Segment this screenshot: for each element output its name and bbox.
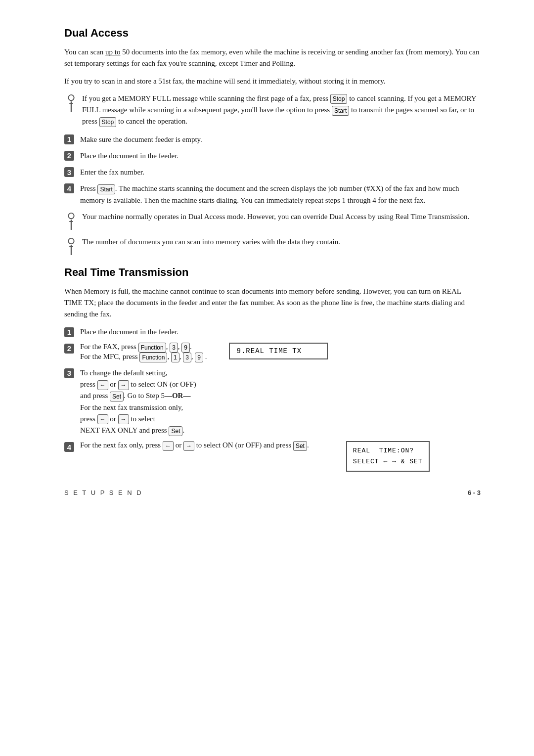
section-title-dual-access: Dual Access <box>64 27 481 40</box>
footer-page-number: 6 - 3 <box>468 489 481 496</box>
kbd-set-3: Set <box>293 441 307 451</box>
step-rt-2-lcd: 9.REAL TIME TX <box>219 343 328 359</box>
kbd-9-2: 9 <box>195 353 203 362</box>
step-num-1: 1 <box>64 134 74 144</box>
step-num-2: 2 <box>64 151 74 161</box>
step-da-4: 4 Press Start. The machine starts scanni… <box>64 183 481 206</box>
page: Dual Access You can scan up to 50 docume… <box>0 0 534 516</box>
lcd-real-time-on: REAL TIME:ON? SELECT ← → & SET <box>346 441 430 472</box>
step-da-2: 2 Place the document in the feeder. <box>64 150 481 162</box>
step-rt-1: 1 Place the document in the feeder. <box>64 326 481 338</box>
kbd-start-2: Start <box>97 184 115 194</box>
step-rt-4-text: For the next fax only, press ← or → to s… <box>80 441 309 451</box>
step-da-3-text: Enter the fax number. <box>80 167 481 178</box>
real-time-para1: When Memory is full, the machine cannot … <box>64 286 481 320</box>
kbd-arrow-right-1: → <box>118 380 129 390</box>
step-da-3: 3 Enter the fax number. <box>64 167 481 178</box>
kbd-start: Start <box>332 106 349 116</box>
kbd-9-1: 9 <box>181 343 190 353</box>
step-rt-2: 2 For the FAX, press Function, 3, 9. For… <box>64 343 481 362</box>
svg-point-0 <box>68 95 74 100</box>
step-da-4-text: Press Start. The machine starts scanning… <box>80 183 481 206</box>
kbd-arrow-left-1: ← <box>97 380 108 390</box>
step-rt-3-text: To change the default setting, press ← o… <box>80 367 481 437</box>
step-rt-1-text: Place the document in the feeder. <box>80 326 481 338</box>
kbd-set-1: Set <box>110 392 124 401</box>
note-dual-access-mode: Your machine normally operates in Dual A… <box>64 211 481 230</box>
note-memory-full-text: If you get a MEMORY FULL message while s… <box>82 93 481 128</box>
step-da-1: 1 Make sure the document feeder is empty… <box>64 134 481 145</box>
dual-access-para1: You can scan up to 50 documents into the… <box>64 46 481 70</box>
step-rt-4-lcd: REAL TIME:ON? SELECT ← → & SET <box>321 441 430 472</box>
kbd-stop-2: Stop <box>99 117 117 127</box>
svg-point-3 <box>68 213 74 219</box>
kbd-function-2: Function <box>139 353 167 362</box>
note-icon-2 <box>64 212 78 230</box>
note-doc-count-text: The number of documents you can scan int… <box>82 236 481 248</box>
kbd-arrow-left-2: ← <box>97 414 108 424</box>
step-rt-3: 3 To change the default setting, press ←… <box>64 367 481 437</box>
kbd-function-1: Function <box>138 343 166 353</box>
step-da-1-text: Make sure the document feeder is empty. <box>80 134 481 145</box>
kbd-arrow-right-3: → <box>183 441 194 451</box>
kbd-stop-1: Stop <box>330 94 348 104</box>
kbd-arrow-left-3: ← <box>163 441 174 451</box>
step-da-2-text: Place the document in the feeder. <box>80 150 481 162</box>
kbd-set-2: Set <box>169 426 182 436</box>
note-icon-1 <box>64 94 78 112</box>
section-title-real-time: Real Time Transmission <box>64 266 481 279</box>
dual-access-para2: If you try to scan in and store a 51st f… <box>64 76 481 87</box>
kbd-1-1: 1 <box>171 353 179 362</box>
step-rt-num-2: 2 <box>64 344 74 354</box>
step-rt-2-text: For the FAX, press Function, 3, 9. For t… <box>80 343 207 362</box>
footer-section-label: S E T U P S E N D <box>64 489 143 496</box>
note-icon-3 <box>64 237 78 255</box>
note-doc-count: The number of documents you can scan int… <box>64 236 481 255</box>
step-num-4: 4 <box>64 183 74 193</box>
step-rt-4: 4 For the next fax only, press ← or → to… <box>64 441 481 472</box>
step-rt-num-4: 4 <box>64 442 74 452</box>
kbd-3-2: 3 <box>183 353 191 362</box>
step-num-3: 3 <box>64 167 74 177</box>
note-memory-full: If you get a MEMORY FULL message while s… <box>64 93 481 128</box>
step-rt-num-3: 3 <box>64 368 74 378</box>
real-time-steps: 1 Place the document in the feeder. 2 Fo… <box>64 326 481 472</box>
kbd-arrow-right-2: → <box>118 414 129 424</box>
kbd-3-1: 3 <box>170 343 178 353</box>
note-dual-access-text: Your machine normally operates in Dual A… <box>82 211 481 222</box>
lcd-real-time-tx: 9.REAL TIME TX <box>229 343 328 359</box>
step-rt-num-1: 1 <box>64 327 74 337</box>
dual-access-steps: 1 Make sure the document feeder is empty… <box>64 134 481 206</box>
svg-point-6 <box>68 238 74 244</box>
